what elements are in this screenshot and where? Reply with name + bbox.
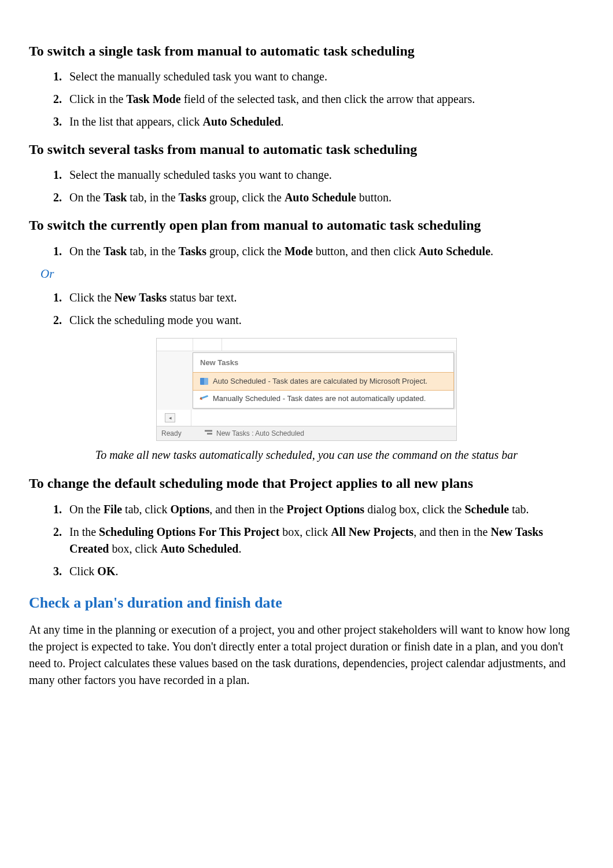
step-text: Click OK. — [69, 565, 118, 578]
auto-scheduled-icon — [200, 378, 208, 385]
step-item: 1.On the Task tab, in the Tasks group, c… — [69, 243, 584, 260]
heading-check-plan-duration: Check a plan's duration and finish date — [29, 593, 584, 613]
heading-switch-single-task: To switch a single task from manual to a… — [29, 42, 584, 60]
menu-item-manually-scheduled[interactable]: Manually Scheduled - Task dates are not … — [193, 390, 453, 407]
step-number: 1. — [53, 501, 62, 518]
step-text: Click the New Tasks status bar text. — [69, 291, 237, 304]
figure-caption: To make all new tasks automatically sche… — [40, 447, 573, 463]
menu-header: New Tasks — [193, 353, 453, 373]
step-item: 1.Select the manually scheduled task you… — [69, 68, 584, 85]
step-text: On the File tab, click Options, and then… — [69, 503, 529, 516]
step-text: On the Task tab, in the Tasks group, cli… — [69, 191, 392, 204]
step-text: On the Task tab, in the Tasks group, cli… — [69, 245, 493, 258]
step-text: In the Scheduling Options For This Proje… — [69, 525, 543, 555]
step-item: 3.Click OK. — [69, 563, 584, 580]
status-new-tasks[interactable]: New Tasks : Auto Scheduled — [205, 429, 304, 439]
step-number: 1. — [53, 167, 62, 183]
step-item: 1.Click the New Tasks status bar text. — [69, 289, 584, 306]
menu-item-label: Manually Scheduled - Task dates are not … — [213, 393, 426, 404]
steps-switch-open-plan-a: 1.On the Task tab, in the Tasks group, c… — [29, 243, 584, 260]
step-text: In the list that appears, click Auto Sch… — [69, 115, 284, 128]
new-tasks-menu: New Tasks Auto Scheduled - Task dates ar… — [193, 352, 454, 409]
step-text: Click in the Task Mode field of the sele… — [69, 93, 475, 105]
heading-change-default-mode: To change the default scheduling mode th… — [29, 475, 584, 492]
heading-switch-open-plan: To switch the currently open plan from m… — [29, 216, 584, 234]
step-item: 1.On the File tab, click Options, and th… — [69, 501, 584, 518]
status-new-tasks-label: New Tasks : Auto Scheduled — [216, 429, 304, 437]
scroll-left-button[interactable]: ◂ — [165, 413, 175, 422]
menu-item-auto-scheduled[interactable]: Auto Scheduled - Task dates are calculat… — [193, 372, 454, 391]
manually-scheduled-icon — [200, 395, 208, 402]
steps-switch-several-tasks: 1.Select the manually scheduled tasks yo… — [29, 167, 584, 206]
figure-grid-header — [157, 339, 456, 351]
step-item: 2.On the Task tab, in the Tasks group, c… — [69, 189, 584, 206]
step-number: 2. — [53, 91, 62, 108]
step-number: 1. — [53, 68, 62, 85]
step-number: 2. — [53, 312, 62, 329]
step-item: 1.Select the manually scheduled tasks yo… — [69, 167, 584, 183]
step-number: 3. — [53, 113, 62, 130]
step-item: 2.In the Scheduling Options For This Pro… — [69, 524, 584, 557]
figure-status-bar-menu: New Tasks Auto Scheduled - Task dates ar… — [156, 338, 457, 441]
step-number: 2. — [53, 524, 62, 540]
body-check-plan-duration: At any time in the planning or execution… — [29, 621, 584, 689]
status-ready: Ready — [161, 429, 182, 439]
steps-switch-open-plan-b: 1.Click the New Tasks status bar text. 2… — [29, 289, 584, 329]
step-item: 2.Click the scheduling mode you want. — [69, 312, 584, 329]
step-item: 3.In the list that appears, click Auto S… — [69, 113, 584, 130]
steps-change-default-mode: 1.On the File tab, click Options, and th… — [29, 501, 584, 580]
tasks-mode-icon — [205, 430, 212, 436]
heading-switch-several-tasks: To switch several tasks from manual to a… — [29, 141, 584, 159]
steps-switch-single-task: 1.Select the manually scheduled task you… — [29, 68, 584, 130]
step-text: Select the manually scheduled task you w… — [69, 70, 327, 83]
status-bar: Ready New Tasks : Auto Scheduled — [157, 426, 456, 441]
figure-scroll-row: ◂ — [157, 410, 456, 426]
or-separator: Or — [40, 266, 584, 282]
step-number: 2. — [53, 189, 62, 206]
step-number: 1. — [53, 289, 62, 306]
step-text: Click the scheduling mode you want. — [69, 314, 242, 326]
step-number: 3. — [53, 563, 62, 580]
step-number: 1. — [53, 243, 62, 260]
menu-item-label: Auto Scheduled - Task dates are calculat… — [213, 376, 427, 387]
step-text: Select the manually scheduled tasks you … — [69, 168, 332, 181]
step-item: 2.Click in the Task Mode field of the se… — [69, 91, 584, 108]
